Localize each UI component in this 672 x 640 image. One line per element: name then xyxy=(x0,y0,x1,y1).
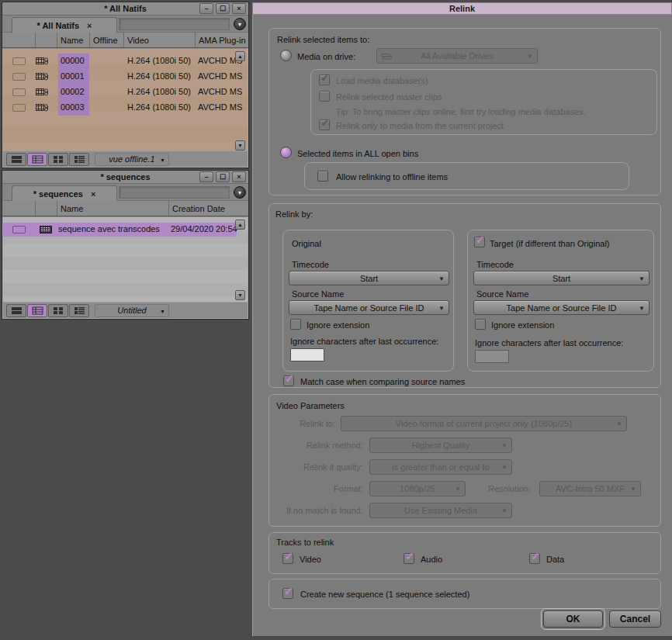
close-button[interactable]: × xyxy=(232,3,246,14)
bin2-scrollbar[interactable]: ▲ ▼ xyxy=(235,217,246,303)
minimize-button[interactable]: – xyxy=(199,3,213,14)
clip-name-cell: 00000 xyxy=(58,54,89,69)
original-timecode-dropdown[interactable]: Start ▼ xyxy=(289,271,449,285)
relink-target-section: Relink selected items to: Media on drive… xyxy=(268,28,661,195)
scroll-up-button[interactable]: ▲ xyxy=(235,51,245,61)
media-on-drive-radio[interactable] xyxy=(280,50,292,61)
relink-method-value: Highest Quality xyxy=(412,441,470,450)
table-row[interactable]: 00000 H.264 (1080i 50) AVCHD MS xyxy=(3,54,237,69)
bin2-window-buttons: – ☐ × xyxy=(199,171,246,182)
brief-view-button[interactable] xyxy=(6,153,26,166)
original-source-dropdown[interactable]: Tape Name or Source File ID ▼ xyxy=(289,300,449,315)
relink-to-value: Video format of current project only (10… xyxy=(396,419,572,428)
drive-select-value: All Available Drives xyxy=(421,51,493,61)
bin2-col-icon[interactable] xyxy=(36,201,57,216)
original-ignore-chars-input[interactable] xyxy=(290,348,324,362)
table-row[interactable]: 00003 H.264 (1080i 50) AVCHD MS xyxy=(3,100,237,116)
scroll-down-button[interactable]: ▼ xyxy=(235,290,245,300)
no-match-value: Use Existing Media xyxy=(404,506,477,515)
clip-color-box[interactable] xyxy=(12,226,26,234)
table-row[interactable]: 00002 H.264 (1080i 50) AVCHD MS xyxy=(3,85,237,100)
bin2-titlebar[interactable]: * sequences – ☐ × xyxy=(2,171,248,184)
track-video-checkbox[interactable]: ✓ xyxy=(282,553,293,564)
original-ignore-extension-checkbox[interactable] xyxy=(290,319,301,330)
track-data-checkbox[interactable]: ✓ xyxy=(529,553,540,564)
video-parameters-section: Video Parameters Relink to: Video format… xyxy=(268,394,661,527)
target-checkbox[interactable]: ✓ xyxy=(474,237,485,247)
bin1-col-offline[interactable]: Offline xyxy=(90,33,124,47)
bin2-col-selector[interactable] xyxy=(2,201,36,216)
chevron-down-icon: ▼ xyxy=(160,306,165,317)
bin1-fast-menu-button[interactable]: ▼ xyxy=(234,18,246,30)
section-heading: Relink selected items to: xyxy=(277,35,369,44)
allow-offline-checkbox[interactable] xyxy=(317,171,328,182)
target-source-dropdown[interactable]: Tape Name or Source File ID ▼ xyxy=(473,300,649,315)
tab-close-icon[interactable]: × xyxy=(91,189,95,199)
masterclip-icon xyxy=(36,102,49,114)
relink-quality-label: Relink if quality: xyxy=(269,462,363,472)
bin1-col-ama[interactable]: AMA Plug-in xyxy=(196,33,248,47)
create-sequence-checkbox[interactable]: ✓ xyxy=(282,588,293,599)
bin1-col-name[interactable]: Name xyxy=(57,33,90,47)
bin1-titlebar[interactable]: * All Natifs – ☐ × xyxy=(2,2,248,16)
section-heading: Video Parameters xyxy=(276,401,345,410)
minimize-button[interactable]: – xyxy=(199,171,213,182)
clip-color-box[interactable] xyxy=(12,104,26,112)
target-timecode-dropdown[interactable]: Start ▼ xyxy=(473,271,649,285)
script-view-button[interactable] xyxy=(69,153,89,166)
script-view-icon xyxy=(74,155,85,164)
script-view-button[interactable] xyxy=(69,304,89,317)
close-button[interactable]: × xyxy=(232,171,246,182)
frame-view-icon xyxy=(53,306,64,315)
all-open-bins-options-group: Allow relinking to offline items xyxy=(304,162,629,190)
tab-close-icon[interactable]: × xyxy=(87,21,92,30)
bin1-view-selector[interactable]: vue offline.1 ▼ xyxy=(95,153,169,166)
bin1-col-video[interactable]: Video xyxy=(124,33,196,47)
bin2-col-creation[interactable]: Creation Date xyxy=(169,201,248,216)
bin2-tab[interactable]: * sequences × xyxy=(12,185,117,201)
track-audio-label: Audio xyxy=(421,555,442,564)
match-case-label: Match case when comparing source names xyxy=(300,377,465,386)
all-open-bins-radio[interactable] xyxy=(280,147,292,158)
clip-color-box[interactable] xyxy=(12,73,26,81)
maximize-button[interactable]: ☐ xyxy=(216,3,230,14)
scroll-down-button[interactable]: ▼ xyxy=(235,140,245,150)
clip-color-box[interactable] xyxy=(12,88,26,96)
brief-view-icon xyxy=(11,306,23,315)
scroll-up-button[interactable]: ▲ xyxy=(235,220,245,230)
frame-view-button[interactable] xyxy=(48,153,68,166)
text-view-button[interactable] xyxy=(27,153,47,166)
frame-view-button[interactable] xyxy=(48,304,68,317)
text-view-button[interactable] xyxy=(27,304,47,317)
clip-video-cell: H.264 (1080i 50) xyxy=(127,102,191,112)
bin2-rows-area: sequence avec transcodes 29/04/2020 20:5… xyxy=(3,217,248,303)
bin2-col-name[interactable]: Name xyxy=(57,201,169,216)
chevron-down-icon: ▼ xyxy=(616,417,622,431)
bin1-col-selector[interactable] xyxy=(2,33,36,47)
clip-video-cell: H.264 (1080i 50) xyxy=(127,87,191,96)
original-ignore-extension-label: Ignore extension xyxy=(307,320,369,330)
no-match-label: If no match is found: xyxy=(269,506,363,515)
bin2-view-selector[interactable]: Untitled ▼ xyxy=(95,304,169,317)
section-heading: Tracks to relink xyxy=(276,538,334,547)
media-on-drive-label: Media on drive: xyxy=(297,52,355,61)
maximize-button[interactable]: ☐ xyxy=(216,171,230,182)
cancel-button[interactable]: Cancel xyxy=(609,611,661,628)
clip-color-box[interactable] xyxy=(12,57,26,65)
table-row-selected[interactable]: sequence avec transcodes 29/04/2020 20:5… xyxy=(3,223,237,237)
track-audio-checkbox[interactable]: ✓ xyxy=(404,553,414,564)
bin1-col-icon[interactable] xyxy=(36,33,57,47)
relink-dialog-titlebar[interactable]: Relink xyxy=(252,2,672,15)
text-view-icon xyxy=(32,306,43,315)
allow-offline-label: Allow relinking to offline items xyxy=(336,172,448,182)
brief-view-button[interactable] xyxy=(6,304,26,317)
bin1-tab[interactable]: * All Natifs × xyxy=(12,17,117,33)
clip-name-cell: 00003 xyxy=(58,100,89,116)
match-case-checkbox[interactable]: ✓ xyxy=(283,375,294,386)
ok-button[interactable]: OK xyxy=(543,611,603,628)
table-row[interactable]: 00001 H.264 (1080i 50) AVCHD MS xyxy=(3,69,237,85)
bin2-fast-menu-button[interactable]: ▼ xyxy=(234,186,246,199)
bin1-scrollbar[interactable]: ▲ ▼ xyxy=(235,49,246,153)
target-ignore-extension-checkbox[interactable] xyxy=(475,319,486,330)
create-sequence-section: ✓ Create new sequence (1 sequence select… xyxy=(268,579,661,609)
